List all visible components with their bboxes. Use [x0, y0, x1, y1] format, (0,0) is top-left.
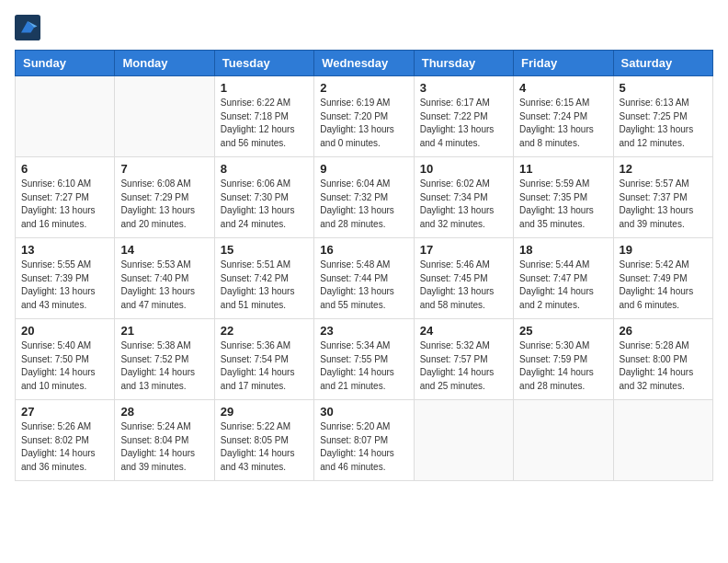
- week-row-3: 13Sunrise: 5:55 AM Sunset: 7:39 PM Dayli…: [16, 238, 713, 319]
- day-info: Sunrise: 5:38 AM Sunset: 7:52 PM Dayligh…: [120, 339, 208, 393]
- day-info: Sunrise: 5:24 AM Sunset: 8:04 PM Dayligh…: [120, 420, 208, 474]
- day-info: Sunrise: 5:59 AM Sunset: 7:35 PM Dayligh…: [519, 178, 607, 231]
- calendar-cell: 12Sunrise: 5:57 AM Sunset: 7:37 PM Dayli…: [613, 157, 712, 238]
- day-number: 3: [420, 81, 507, 95]
- day-number: 18: [519, 243, 607, 257]
- day-number: 14: [120, 243, 208, 257]
- calendar-cell: 10Sunrise: 6:02 AM Sunset: 7:34 PM Dayli…: [414, 157, 513, 238]
- calendar-cell: 22Sunrise: 5:36 AM Sunset: 7:54 PM Dayli…: [214, 319, 313, 400]
- day-info: Sunrise: 5:30 AM Sunset: 7:59 PM Dayligh…: [519, 339, 607, 393]
- day-info: Sunrise: 6:13 AM Sunset: 7:25 PM Dayligh…: [620, 97, 707, 150]
- weekday-header-sunday: Sunday: [16, 51, 115, 76]
- day-info: Sunrise: 5:48 AM Sunset: 7:44 PM Dayligh…: [320, 259, 407, 312]
- weekday-header-wednesday: Wednesday: [314, 51, 414, 76]
- day-info: Sunrise: 5:46 AM Sunset: 7:45 PM Dayligh…: [420, 259, 507, 312]
- calendar-cell: 11Sunrise: 5:59 AM Sunset: 7:35 PM Dayli…: [514, 157, 613, 238]
- calendar-cell: 5Sunrise: 6:13 AM Sunset: 7:25 PM Daylig…: [613, 76, 712, 157]
- calendar-cell: 13Sunrise: 5:55 AM Sunset: 7:39 PM Dayli…: [16, 238, 115, 319]
- day-info: Sunrise: 5:57 AM Sunset: 7:37 PM Dayligh…: [620, 178, 707, 231]
- calendar-cell: [115, 76, 214, 157]
- day-number: 11: [519, 162, 607, 176]
- day-number: 20: [21, 324, 108, 338]
- calendar-cell: [613, 400, 712, 481]
- day-info: Sunrise: 5:28 AM Sunset: 8:00 PM Dayligh…: [620, 339, 707, 393]
- calendar-cell: 30Sunrise: 5:20 AM Sunset: 8:07 PM Dayli…: [314, 400, 414, 481]
- day-number: 29: [221, 405, 308, 419]
- day-number: 5: [620, 81, 707, 95]
- calendar-cell: [514, 400, 613, 481]
- day-number: 13: [21, 243, 108, 257]
- day-number: 9: [320, 162, 407, 176]
- day-number: 19: [620, 243, 707, 257]
- day-number: 15: [221, 243, 308, 257]
- day-info: Sunrise: 5:32 AM Sunset: 7:57 PM Dayligh…: [420, 339, 507, 393]
- calendar-cell: 3Sunrise: 6:17 AM Sunset: 7:22 PM Daylig…: [414, 76, 513, 157]
- calendar-cell: 27Sunrise: 5:26 AM Sunset: 8:02 PM Dayli…: [16, 400, 115, 481]
- day-info: Sunrise: 6:15 AM Sunset: 7:24 PM Dayligh…: [519, 97, 607, 150]
- day-info: Sunrise: 5:55 AM Sunset: 7:39 PM Dayligh…: [21, 259, 108, 312]
- week-row-5: 27Sunrise: 5:26 AM Sunset: 8:02 PM Dayli…: [16, 400, 713, 481]
- day-info: Sunrise: 5:42 AM Sunset: 7:49 PM Dayligh…: [620, 259, 707, 312]
- day-info: Sunrise: 6:06 AM Sunset: 7:30 PM Dayligh…: [221, 178, 308, 231]
- day-number: 21: [120, 324, 208, 338]
- calendar-cell: 1Sunrise: 6:22 AM Sunset: 7:18 PM Daylig…: [214, 76, 313, 157]
- calendar-cell: [16, 76, 115, 157]
- day-number: 26: [620, 324, 707, 338]
- day-info: Sunrise: 6:02 AM Sunset: 7:34 PM Dayligh…: [420, 178, 507, 231]
- day-info: Sunrise: 6:19 AM Sunset: 7:20 PM Dayligh…: [320, 97, 407, 150]
- day-number: 10: [420, 162, 507, 176]
- day-info: Sunrise: 6:04 AM Sunset: 7:32 PM Dayligh…: [320, 178, 407, 231]
- weekday-header-monday: Monday: [115, 51, 214, 76]
- calendar-cell: 15Sunrise: 5:51 AM Sunset: 7:42 PM Dayli…: [214, 238, 313, 319]
- page-header: [15, 15, 713, 40]
- day-info: Sunrise: 5:36 AM Sunset: 7:54 PM Dayligh…: [221, 339, 308, 393]
- day-info: Sunrise: 5:51 AM Sunset: 7:42 PM Dayligh…: [221, 259, 308, 312]
- calendar-cell: 2Sunrise: 6:19 AM Sunset: 7:20 PM Daylig…: [314, 76, 414, 157]
- weekday-header-row: SundayMondayTuesdayWednesdayThursdayFrid…: [16, 51, 713, 76]
- day-number: 2: [320, 81, 407, 95]
- calendar-cell: 20Sunrise: 5:40 AM Sunset: 7:50 PM Dayli…: [16, 319, 115, 400]
- calendar-cell: 24Sunrise: 5:32 AM Sunset: 7:57 PM Dayli…: [414, 319, 513, 400]
- day-number: 7: [120, 162, 208, 176]
- calendar-cell: 28Sunrise: 5:24 AM Sunset: 8:04 PM Dayli…: [115, 400, 214, 481]
- day-info: Sunrise: 5:22 AM Sunset: 8:05 PM Dayligh…: [221, 420, 308, 474]
- calendar-cell: 25Sunrise: 5:30 AM Sunset: 7:59 PM Dayli…: [514, 319, 613, 400]
- day-number: 4: [519, 81, 607, 95]
- week-row-1: 1Sunrise: 6:22 AM Sunset: 7:18 PM Daylig…: [16, 76, 713, 157]
- day-number: 17: [420, 243, 507, 257]
- calendar-cell: 7Sunrise: 6:08 AM Sunset: 7:29 PM Daylig…: [115, 157, 214, 238]
- calendar-cell: [414, 400, 513, 481]
- calendar-cell: 14Sunrise: 5:53 AM Sunset: 7:40 PM Dayli…: [115, 238, 214, 319]
- day-number: 16: [320, 243, 407, 257]
- calendar-cell: 21Sunrise: 5:38 AM Sunset: 7:52 PM Dayli…: [115, 319, 214, 400]
- day-number: 24: [420, 324, 507, 338]
- day-number: 28: [120, 405, 208, 419]
- day-info: Sunrise: 6:08 AM Sunset: 7:29 PM Dayligh…: [120, 178, 208, 231]
- day-info: Sunrise: 5:40 AM Sunset: 7:50 PM Dayligh…: [21, 339, 108, 393]
- day-number: 8: [221, 162, 308, 176]
- day-info: Sunrise: 5:53 AM Sunset: 7:40 PM Dayligh…: [120, 259, 208, 312]
- calendar-cell: 17Sunrise: 5:46 AM Sunset: 7:45 PM Dayli…: [414, 238, 513, 319]
- calendar-cell: 4Sunrise: 6:15 AM Sunset: 7:24 PM Daylig…: [514, 76, 613, 157]
- day-number: 22: [221, 324, 308, 338]
- calendar-cell: 19Sunrise: 5:42 AM Sunset: 7:49 PM Dayli…: [613, 238, 712, 319]
- weekday-header-saturday: Saturday: [613, 51, 712, 76]
- week-row-4: 20Sunrise: 5:40 AM Sunset: 7:50 PM Dayli…: [16, 319, 713, 400]
- day-info: Sunrise: 5:26 AM Sunset: 8:02 PM Dayligh…: [21, 420, 108, 474]
- week-row-2: 6Sunrise: 6:10 AM Sunset: 7:27 PM Daylig…: [16, 157, 713, 238]
- weekday-header-tuesday: Tuesday: [214, 51, 313, 76]
- calendar-cell: 29Sunrise: 5:22 AM Sunset: 8:05 PM Dayli…: [214, 400, 313, 481]
- day-info: Sunrise: 6:17 AM Sunset: 7:22 PM Dayligh…: [420, 97, 507, 150]
- day-info: Sunrise: 5:20 AM Sunset: 8:07 PM Dayligh…: [320, 420, 407, 474]
- weekday-header-friday: Friday: [514, 51, 613, 76]
- logo: [15, 15, 44, 40]
- calendar-table: SundayMondayTuesdayWednesdayThursdayFrid…: [15, 50, 713, 481]
- calendar-cell: 9Sunrise: 6:04 AM Sunset: 7:32 PM Daylig…: [314, 157, 414, 238]
- day-number: 27: [21, 405, 108, 419]
- calendar-cell: 16Sunrise: 5:48 AM Sunset: 7:44 PM Dayli…: [314, 238, 414, 319]
- day-info: Sunrise: 6:10 AM Sunset: 7:27 PM Dayligh…: [21, 178, 108, 231]
- day-number: 25: [519, 324, 607, 338]
- calendar-cell: 6Sunrise: 6:10 AM Sunset: 7:27 PM Daylig…: [16, 157, 115, 238]
- day-number: 6: [21, 162, 108, 176]
- day-number: 30: [320, 405, 407, 419]
